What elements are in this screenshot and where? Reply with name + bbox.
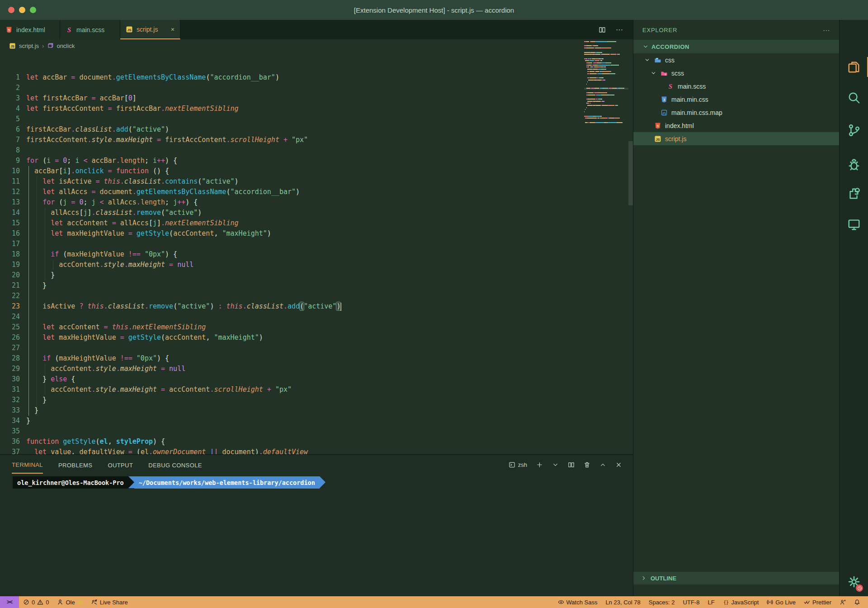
code-token: ) [255,448,259,454]
code-token: ( [226,188,231,196]
settings-gear-icon[interactable] [840,567,868,596]
outline-section[interactable]: OUTLINE [633,572,840,584]
kill-terminal-icon[interactable] [584,461,590,468]
panel-tab-output[interactable]: OUTPUT [108,456,133,473]
line-number: 15 [0,218,20,228]
activity-files[interactable] [840,52,868,81]
new-terminal-icon[interactable] [536,461,543,468]
tree-item-index.html[interactable]: 5index.html [633,119,839,132]
code-line: 14 allAccs[j].classList.remove("active") [0,208,633,218]
css-icon: 3 [660,96,668,103]
breadcrumb-symbol[interactable]: onclick [57,43,75,49]
go-live-status[interactable]: Go Live [763,596,800,608]
prompt-user-host: ole_kirchner@Oles-MacBook-Pro [13,476,128,489]
split-editor-icon[interactable] [599,26,606,33]
code-token: "active" [304,302,336,310]
line-number: 3 [0,93,20,104]
breadcrumb[interactable]: JS script.js › onclick [0,39,633,52]
minimap-line [586,48,594,48]
panel-tab-terminal[interactable]: TERMINAL [12,456,43,474]
terminal-dropdown-icon[interactable] [552,461,559,468]
accounts-status[interactable] [835,596,850,608]
activity-extensions[interactable] [840,179,868,208]
line-number: 30 [0,374,20,385]
cursor-position-status[interactable]: Ln 23, Col 78 [601,596,644,608]
code-line: 31 accContent.style.maxHeight = accConte… [0,385,633,395]
indentation-status[interactable]: Spaces: 2 [645,596,679,608]
activity-search[interactable] [840,83,868,112]
eol-status[interactable]: LF [703,596,718,608]
remote-indicator[interactable]: >< [0,596,19,608]
notifications-status[interactable] [850,596,864,608]
tree-item-scss[interactable]: Sscss [633,66,839,80]
activity-live-server[interactable] [840,210,868,239]
live-share-button[interactable]: Live Share [87,596,132,608]
close-window-button[interactable] [8,7,14,13]
tree-item-css[interactable]: css [633,53,839,66]
code-line: 1let accBar = document.getElementsByClas… [0,72,633,83]
watch-sass-status[interactable]: Watch Sass [554,596,602,608]
explorer-section-accordion[interactable]: ACCORDION [633,40,839,53]
close-panel-icon[interactable] [615,461,622,468]
cursor-position-label: Ln 23, Col 78 [605,599,640,606]
maximize-window-button[interactable] [30,7,36,13]
activity-debug[interactable] [840,150,868,179]
minimap-line [587,105,593,106]
minimize-window-button[interactable] [19,7,25,13]
split-terminal-icon[interactable] [568,461,575,468]
activity-source-control[interactable] [840,116,868,145]
code-editor[interactable]: 1let accBar = document.getElementsByClas… [0,52,633,454]
shell-selector[interactable]: zsh [509,461,527,468]
panel-tab-problems[interactable]: PROBLEMS [58,456,92,473]
tree-item-main.min.css[interactable]: 3main.min.css [633,93,839,106]
code-token [26,209,51,217]
language-status[interactable]: {}JavaScript [719,596,763,608]
code-token: ( [63,250,67,258]
code-line: 37 let value, defaultView = (el.ownerDoc… [0,447,633,454]
code-line-text: accContent.style.maxHeight = null [26,364,185,374]
tab-main.scss[interactable]: Smain.scss [60,20,120,39]
code-line-text: function getStyle(el, styleProp) { [26,437,165,447]
close-tab-icon[interactable]: × [171,26,175,33]
tab-index.html[interactable]: 5index.html [0,20,60,39]
problems-status[interactable]: 00 [19,596,53,608]
tab-script.js[interactable]: JSscript.js× [120,20,180,39]
code-line-text: let maxHeightValue = getStyle(accContent… [26,228,271,239]
code-token: ) { [185,198,198,206]
user-status[interactable]: Ole [53,596,87,608]
user-label: Ole [66,599,75,606]
explorer-sidebar: EXPLORER ··· ACCORDION cssSscssSmain.scs… [633,20,839,596]
minimap[interactable] [584,41,628,186]
code-line: 35 [0,426,633,437]
maximize-panel-icon[interactable] [599,461,606,468]
eol-label: LF [708,599,714,606]
tree-item-script.js[interactable]: JSscript.js [633,132,839,145]
code-token: . [161,219,165,227]
minimap-line [587,81,588,82]
code-token: = [92,177,104,185]
minimap-line [588,80,594,81]
svg-text:3: 3 [663,98,665,102]
code-token: } [26,375,51,383]
code-token: allAccs [59,188,87,196]
encoding-status[interactable]: UTF-8 [679,596,704,608]
tree-item-main.min.css.map[interactable]: main.min.css.map [633,106,839,119]
indentation-label: Spaces: 2 [649,599,675,606]
minimap-line [602,62,606,63]
line-number: 23 [0,301,20,312]
panel-tab-debug-console[interactable]: DEBUG CONSOLE [148,456,202,473]
line-number: 28 [0,353,20,364]
line-number: 1 [0,72,20,83]
breadcrumb-file[interactable]: script.js [19,43,39,49]
editor-scrollbar[interactable] [628,141,633,205]
explorer-more-icon[interactable]: ··· [823,27,830,33]
minimap-line [603,73,608,74]
more-actions-icon[interactable]: ··· [616,26,623,34]
code-line-text: } [26,416,30,426]
code-token: accBar [92,157,116,165]
svg-text:S: S [67,26,71,33]
code-token: = [87,188,99,196]
code-token: . [145,302,149,310]
prettier-status[interactable]: Prettier [800,596,835,608]
tree-item-main.scss[interactable]: Smain.scss [633,80,839,93]
